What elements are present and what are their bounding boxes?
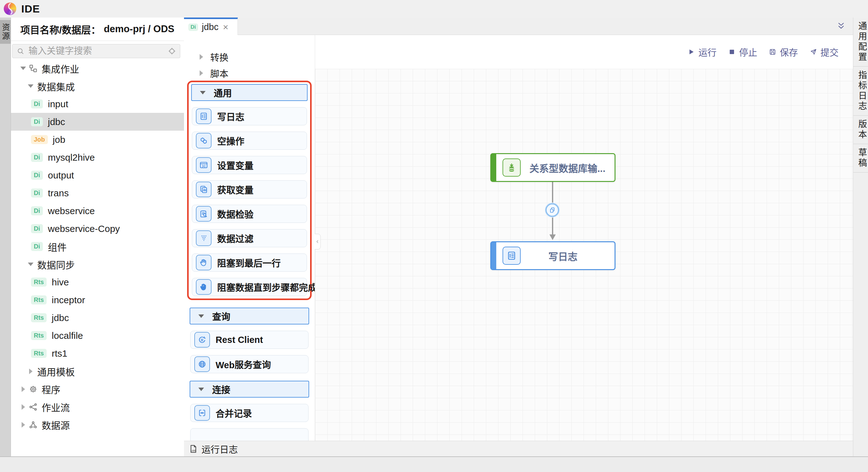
tree-item-label: 数据同步	[37, 258, 75, 271]
tab-type-badge: Di	[188, 24, 198, 31]
tree-item-inceptor[interactable]: Rtsinceptor	[11, 291, 184, 309]
project-header: 项目名称/数据层： demo-prj / ODS	[11, 18, 184, 41]
tree-item-组件[interactable]: Di组件	[11, 238, 184, 256]
type-badge-di: Di	[31, 206, 43, 215]
palette-section-查询[interactable]: 查询	[190, 308, 309, 325]
chevrons-down-icon[interactable]	[836, 21, 846, 31]
caret-right-icon[interactable]	[198, 54, 205, 60]
palette-item-数据过滤[interactable]: 数据过滤	[192, 229, 307, 247]
palette-item-Web服务查询[interactable]: Web服务查询	[190, 355, 309, 373]
tree-item-webservice-Copy[interactable]: Diwebservice-Copy	[11, 220, 184, 238]
palette-item-获取变量[interactable]: A获取变量	[192, 180, 307, 199]
tree-item-localfile[interactable]: Rtslocalfile	[11, 327, 184, 344]
type-badge-di: Di	[31, 189, 43, 198]
submit-icon	[809, 48, 817, 56]
tree-item-input[interactable]: Diinput	[11, 95, 184, 113]
caret-right-icon[interactable]	[27, 368, 34, 375]
node-relational-db-input[interactable]: 关系型数据库输...	[490, 153, 616, 182]
palette-group-转换[interactable]: 转换	[184, 49, 315, 65]
flow-canvas[interactable]: 关系型数据库输... 写日志	[315, 69, 853, 441]
palette-section-连接[interactable]: 连接	[190, 381, 309, 398]
palette-section-label: 查询	[212, 309, 230, 323]
caret-right-icon[interactable]	[20, 404, 27, 410]
tree-item-rts1[interactable]: Rtsrts1	[11, 344, 184, 362]
tree-item-程序[interactable]: 程序	[11, 380, 184, 398]
tree-item-label: localfile	[52, 330, 83, 341]
tree-item-数据同步[interactable]: 数据同步	[11, 256, 184, 273]
tree-item-label: 通用模板	[37, 365, 75, 378]
tab-close-icon[interactable]: ×	[223, 23, 228, 32]
explorer-panel: 项目名称/数据层： demo-prj / ODS 集成作业数据集成Diinput…	[11, 18, 184, 457]
palette-item-partial[interactable]	[190, 428, 309, 441]
tree-item-数据源[interactable]: 数据源	[11, 416, 184, 434]
type-badge-di: Di	[31, 242, 43, 251]
palette-item-设置变量[interactable]: (x)设置变量	[192, 156, 307, 174]
right-rail-item-指标日志[interactable]: 指标日志	[853, 67, 868, 116]
caret-down-icon[interactable]	[198, 386, 205, 393]
palette-section-通用[interactable]: 通用	[191, 84, 308, 101]
right-rail-item-草稿[interactable]: 草稿	[853, 144, 868, 173]
run-log-label: 运行日志	[202, 442, 238, 456]
get-variable-icon: A	[196, 181, 212, 197]
right-rail-item-版本[interactable]: 版本	[853, 116, 868, 144]
node-accent	[491, 154, 496, 181]
tree-item-trans[interactable]: Ditrans	[11, 184, 184, 202]
edge-hop-copy-icon[interactable]	[546, 203, 559, 217]
palette-item-阻塞到最后一行[interactable]: 阻塞到最后一行	[192, 254, 307, 272]
tree-item-jdbc[interactable]: Dijdbc	[11, 113, 184, 131]
tree-item-label: 数据源	[42, 418, 70, 432]
palette-group-脚本[interactable]: 脚本	[184, 65, 315, 81]
tree-item-通用模板[interactable]: 通用模板	[11, 362, 184, 380]
caret-down-icon[interactable]	[20, 65, 27, 72]
caret-right-icon[interactable]	[20, 386, 27, 393]
right-rail-item-通用配置[interactable]: 通用配置	[853, 18, 868, 67]
project-header-label: 项目名称/数据层：	[20, 22, 101, 36]
palette-item-阻塞数据直到步骤都完成[interactable]: 阻塞数据直到步骤都完成	[192, 278, 307, 296]
palette-item-label: 数据检验	[217, 207, 253, 221]
crosshair-icon[interactable]	[168, 47, 176, 55]
caret-down-icon[interactable]	[199, 89, 206, 96]
data-check-icon	[196, 206, 212, 222]
tree-item-作业流[interactable]: 作业流	[11, 398, 184, 416]
caret-down-icon[interactable]	[198, 312, 205, 319]
tree-item-数据集成[interactable]: 数据集成	[11, 77, 184, 95]
node-write-log[interactable]: 写日志	[490, 241, 616, 270]
caret-down-icon[interactable]	[27, 83, 34, 90]
palette-item-label: 阻塞到最后一行	[217, 256, 281, 269]
toolbar-button-提交[interactable]: 提交	[809, 45, 839, 59]
toolbar-button-运行[interactable]: 运行	[687, 45, 717, 59]
palette-item-Rest Client[interactable]: RRest Client	[190, 331, 309, 349]
palette-item-合并记录[interactable]: 合并记录	[190, 404, 309, 422]
palette-item-写日志[interactable]: 写日志	[192, 107, 307, 125]
tree-item-hive[interactable]: Rtshive	[11, 273, 184, 291]
toolbar-button-保存[interactable]: 保存	[769, 45, 798, 59]
tree-item-label: inceptor	[52, 295, 85, 305]
palette-item-label: Rest Client	[216, 335, 263, 345]
type-badge-rts: Rts	[31, 349, 46, 358]
tree-item-jdbc[interactable]: Rtsjdbc	[11, 309, 184, 327]
palette-item-空操作[interactable]: 空操作	[192, 132, 307, 150]
gear-icon	[29, 384, 38, 394]
type-badge-rts: Rts	[31, 331, 46, 340]
tree-item-mysql2hive[interactable]: Dimysql2hive	[11, 148, 184, 166]
left-rail: 资源	[0, 18, 11, 457]
palette-item-数据检验[interactable]: 数据检验	[192, 205, 307, 223]
palette-item-label: Web服务查询	[216, 358, 271, 371]
tree-item-webservice[interactable]: Diwebservice	[11, 202, 184, 220]
svg-text:A: A	[203, 189, 205, 192]
search-input[interactable]	[28, 46, 168, 57]
noop-icon	[196, 133, 212, 148]
caret-right-icon[interactable]	[198, 70, 205, 76]
tree-item-job[interactable]: Jobjob	[11, 131, 184, 148]
toolbar-button-停止[interactable]: 停止	[728, 45, 757, 59]
caret-right-icon[interactable]	[20, 422, 27, 428]
tree-item-output[interactable]: Dioutput	[11, 166, 184, 184]
tree-item-label: trans	[48, 188, 69, 199]
run-log-bar[interactable]: LOG 运行日志	[184, 441, 853, 457]
palette-collapse-handle[interactable]	[315, 234, 321, 249]
rail-tab-resources[interactable]: 资源	[0, 20, 11, 44]
tree-item-集成作业[interactable]: 集成作业	[11, 59, 184, 77]
svg-text:(x): (x)	[202, 164, 206, 168]
caret-down-icon[interactable]	[27, 261, 34, 268]
tab-jdbc[interactable]: Di jdbc ×	[184, 18, 238, 35]
